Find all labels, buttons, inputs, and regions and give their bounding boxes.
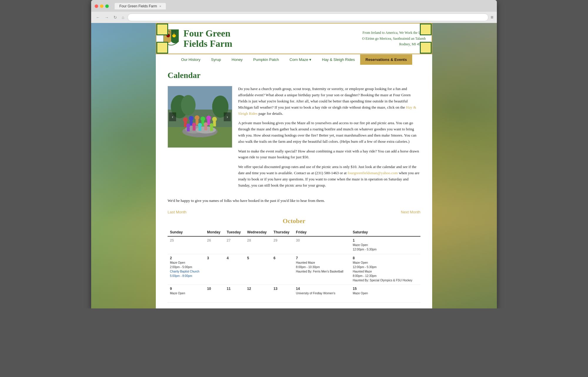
- calendar-cell: 13: [271, 285, 293, 302]
- calendar-event[interactable]: Maze Open: [353, 261, 418, 265]
- corner-decoration-tr: [420, 24, 432, 35]
- calendar-event[interactable]: 12:00pm - 5:30pm: [353, 265, 418, 269]
- col-thursday: Thursday: [271, 228, 293, 236]
- calendar-cell: 15Maze Open: [350, 285, 420, 302]
- svg-point-29: [198, 123, 202, 127]
- last-month-link[interactable]: Last Month: [168, 210, 186, 214]
- svg-point-25: [186, 124, 190, 128]
- calendar-event[interactable]: Maze Open: [170, 291, 202, 295]
- svg-rect-26: [187, 127, 190, 132]
- calendar-cell: 6: [271, 254, 293, 285]
- page-title: Calendar: [168, 71, 420, 80]
- svg-point-19: [201, 117, 205, 121]
- calendar-cell: 25: [168, 236, 205, 254]
- browser-menu-button[interactable]: ≡: [491, 15, 493, 20]
- day-number: 28: [247, 238, 269, 243]
- next-month-link[interactable]: Next Month: [401, 210, 420, 214]
- col-monday: Monday: [205, 228, 224, 236]
- col-wednesday: Wednesday: [245, 228, 271, 236]
- svg-point-23: [212, 117, 217, 122]
- col-tuesday: Tuesday: [224, 228, 245, 236]
- calendar-event[interactable]: Haunted Maze: [296, 261, 348, 265]
- tab-title: Four Green Fields Farm: [119, 4, 157, 8]
- carousel-prev-button[interactable]: ‹: [169, 112, 176, 121]
- intro-paragraph-4: We offer special discounted group rates …: [238, 164, 420, 188]
- forward-button[interactable]: →: [103, 14, 110, 20]
- calendar-cell: 3: [205, 254, 224, 285]
- calendar-week-1: 2Maze Open2:00pm - 5:00pmCharity Baptist…: [168, 254, 420, 285]
- browser-titlebar: Four Green Fields Farm ×: [91, 0, 497, 12]
- svg-rect-28: [193, 127, 196, 131]
- day-number: 15: [353, 287, 418, 291]
- svg-rect-32: [204, 126, 207, 130]
- calendar-event[interactable]: 2:00pm - 5:00pm: [170, 265, 202, 269]
- logo-section: Four Green Fields Farm: [162, 28, 232, 49]
- nav-item-reservations[interactable]: Reservations & Events: [360, 54, 412, 65]
- nav-item-pumpkin[interactable]: Pumpkin Patch: [248, 54, 284, 65]
- calendar-cell: 26: [205, 236, 224, 254]
- site-name: Four Green Fields Farm: [183, 28, 232, 49]
- close-window-button[interactable]: [95, 4, 98, 8]
- svg-point-27: [192, 123, 196, 127]
- nav-item-history[interactable]: Our History: [176, 54, 206, 65]
- svg-point-1: [172, 34, 176, 37]
- calendar-event[interactable]: Charity Baptist Church: [170, 270, 202, 273]
- calendar-event[interactable]: Haunted Maze: [353, 270, 418, 273]
- address-bar[interactable]: [128, 14, 488, 21]
- back-button[interactable]: ←: [95, 14, 101, 20]
- intro-section: ‹ › Do you have a church youth group, sc…: [168, 86, 420, 192]
- day-number: 6: [273, 256, 291, 260]
- svg-rect-34: [210, 127, 213, 131]
- nav-item-hay[interactable]: Hay & Sleigh Rides: [317, 54, 360, 65]
- nav-item-syrup[interactable]: Syrup: [206, 54, 226, 65]
- calendar-cell: 28: [245, 236, 271, 254]
- content-area: Calendar: [156, 65, 432, 308]
- page-background: Four Green Fields Farm From Ireland to A…: [91, 23, 497, 308]
- calendar-navigation: Last Month Next Month: [168, 210, 420, 214]
- nav-item-honey[interactable]: Honey: [226, 54, 248, 65]
- home-button[interactable]: ⌂: [121, 14, 125, 20]
- calendar-event[interactable]: Maze Open: [353, 291, 418, 295]
- corner-decoration-bl: [156, 42, 168, 54]
- calendar-event[interactable]: Maze Open: [170, 261, 202, 265]
- photo-carousel: ‹ ›: [168, 86, 232, 148]
- maximize-window-button[interactable]: [105, 4, 109, 8]
- calendar-event[interactable]: Haunted By: Ferris Men's Basketball: [296, 270, 348, 273]
- corner-decoration-tl: [156, 24, 168, 35]
- calendar-event[interactable]: 12:00pm - 5:30pm: [353, 248, 418, 251]
- browser-toolbar: ← → ↻ ⌂ ≡: [91, 12, 497, 23]
- day-number: 29: [273, 238, 291, 243]
- col-sunday: Sunday: [168, 228, 205, 236]
- minimize-window-button[interactable]: [100, 4, 103, 8]
- day-number: 3: [207, 256, 222, 260]
- day-number: 10: [207, 287, 222, 291]
- email-link[interactable]: fourgreenfieldsman@yahoo.com: [348, 171, 398, 175]
- day-number: 12: [247, 287, 269, 291]
- nav-item-cornmaze[interactable]: Corn Maze ▾: [284, 54, 317, 65]
- header-tagline: From Ireland to America, We Work the Lan…: [362, 30, 426, 47]
- day-number: 1: [353, 238, 418, 243]
- calendar-cell: 10: [205, 285, 224, 302]
- tab-close-button[interactable]: ×: [159, 4, 161, 8]
- day-number: 26: [207, 238, 222, 243]
- browser-tab[interactable]: Four Green Fields Farm ×: [115, 3, 166, 9]
- calendar-cell: 29: [271, 236, 293, 254]
- day-number: 14: [296, 287, 348, 291]
- calendar-header-row: Sunday Monday Tuesday Wednesday Thursday…: [168, 228, 420, 236]
- intro-text-block: Do you have a church youth group, scout …: [238, 86, 420, 192]
- svg-rect-30: [198, 127, 201, 131]
- window-controls: [95, 4, 109, 8]
- calendar-event[interactable]: University of Findlay Women's: [296, 291, 348, 295]
- calendar-cell: 5: [245, 254, 271, 285]
- calendar-event[interactable]: Haunted By: Special Olympics & FSU Hocke…: [353, 278, 418, 282]
- refresh-button[interactable]: ↻: [112, 14, 118, 20]
- calendar-event[interactable]: 8:00pm - 12:30pm: [353, 274, 418, 278]
- calendar-event[interactable]: 8:00pm - 10:30pm: [296, 265, 348, 269]
- calendar-table: Sunday Monday Tuesday Wednesday Thursday…: [168, 228, 420, 303]
- calendar-event[interactable]: Maze Open: [353, 243, 418, 247]
- calendar-event[interactable]: 5:00pm - 8:00pm: [170, 274, 202, 278]
- calendar-cell: 30: [294, 236, 350, 254]
- carousel-next-button[interactable]: ›: [224, 112, 231, 121]
- calendar-cell: 9Maze Open: [168, 285, 205, 302]
- calendar-week-2: 9Maze Open1011121314University of Findla…: [168, 285, 420, 302]
